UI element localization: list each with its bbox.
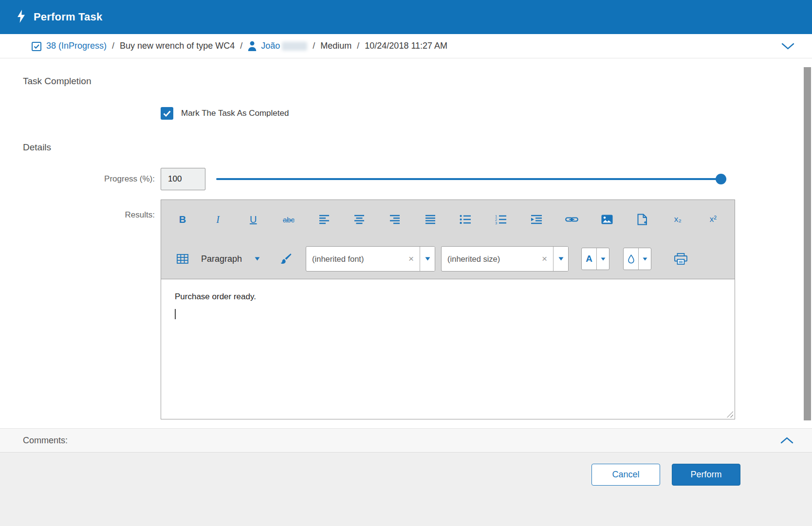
droplet-icon xyxy=(628,254,634,264)
progress-slider[interactable] xyxy=(216,174,726,184)
mark-completed-label: Mark The Task As Completed xyxy=(181,109,289,118)
breadcrumb-task-name: Buy new wrench of type WC4 xyxy=(120,41,235,51)
indent-icon[interactable] xyxy=(527,210,546,229)
breadcrumb-separator: / xyxy=(357,41,359,51)
person-icon xyxy=(248,41,257,52)
font-size-input[interactable]: (inherited size) × xyxy=(442,247,553,271)
font-size-dropdown-button[interactable] xyxy=(553,247,568,271)
mark-completed-checkbox[interactable] xyxy=(161,107,173,120)
chevron-down-icon xyxy=(558,257,564,261)
comments-section-header[interactable]: Comments: xyxy=(0,428,812,453)
progress-row: Progress (%): xyxy=(0,168,812,190)
dialog-footer: Cancel Perform xyxy=(0,453,812,526)
superscript-button[interactable]: x² xyxy=(703,210,723,229)
print-icon[interactable] xyxy=(671,249,690,269)
clear-size-icon[interactable]: × xyxy=(538,254,547,264)
resize-handle[interactable] xyxy=(727,411,733,417)
subscript-button[interactable]: x₂ xyxy=(668,210,687,229)
align-left-icon[interactable] xyxy=(314,210,334,229)
breadcrumb-timestamp: 10/24/2018 11:27 AM xyxy=(365,41,447,51)
clear-font-icon[interactable]: × xyxy=(405,254,414,264)
perform-button[interactable]: Perform xyxy=(672,464,740,486)
chevron-up-icon[interactable] xyxy=(780,437,794,444)
paragraph-style-dropdown[interactable]: Paragraph xyxy=(201,254,260,264)
underline-button[interactable]: U xyxy=(243,210,263,229)
bullet-list-icon[interactable] xyxy=(456,210,475,229)
task-check-icon xyxy=(31,41,42,52)
mark-completed-row: Mark The Task As Completed xyxy=(161,107,289,120)
breadcrumb-task-id[interactable]: 38 (InProgress) xyxy=(46,41,107,51)
justify-icon[interactable] xyxy=(421,210,440,229)
results-row: Results: B I U abc xyxy=(0,200,812,419)
breadcrumb: 38 (InProgress) / Buy new wrench of type… xyxy=(0,34,812,58)
image-icon[interactable] xyxy=(597,210,617,229)
dialog-title: Perform Task xyxy=(34,11,102,23)
flash-icon xyxy=(17,10,26,25)
table-icon[interactable] xyxy=(173,249,192,269)
breadcrumb-separator: / xyxy=(313,41,315,51)
chevron-down-icon xyxy=(643,257,647,261)
align-center-icon[interactable] xyxy=(350,210,369,229)
font-color-button[interactable]: A xyxy=(582,248,596,270)
slider-handle[interactable] xyxy=(716,174,726,184)
dialog-header: Perform Task xyxy=(0,0,812,34)
chevron-down-icon[interactable] xyxy=(781,43,794,50)
numbered-list-icon[interactable]: 123 xyxy=(491,210,511,229)
background-color-button[interactable] xyxy=(624,248,638,270)
chevron-down-icon xyxy=(601,257,606,261)
text-cursor xyxy=(175,309,176,319)
results-text-area[interactable]: Purchase order ready. xyxy=(161,279,735,419)
strikethrough-button[interactable]: abc xyxy=(279,210,298,229)
rich-text-editor: B I U abc 12 xyxy=(161,200,735,419)
breadcrumb-separator: / xyxy=(112,41,114,51)
svg-text:3: 3 xyxy=(495,221,497,224)
chevron-down-icon xyxy=(255,257,260,261)
bold-button[interactable]: B xyxy=(173,210,192,229)
font-color-picker: A xyxy=(581,248,609,270)
results-label: Results: xyxy=(0,200,155,220)
background-color-dropdown-button[interactable] xyxy=(638,248,651,270)
slider-track[interactable] xyxy=(216,178,726,180)
section-title-details: Details xyxy=(23,142,51,153)
cancel-button[interactable]: Cancel xyxy=(591,464,660,486)
redacted-assignee-surname xyxy=(282,42,307,51)
font-name-placeholder: (inherited font) xyxy=(312,254,364,264)
breadcrumb-assignee[interactable]: João xyxy=(261,41,280,51)
italic-button[interactable]: I xyxy=(208,210,228,229)
vertical-scrollbar[interactable] xyxy=(804,67,811,420)
align-right-icon[interactable] xyxy=(385,210,405,229)
background-color-picker xyxy=(623,248,651,270)
editor-toolbar-row2: Paragraph (inherited font) × xyxy=(161,239,735,279)
clean-formatting-brush-icon[interactable] xyxy=(276,249,295,269)
paragraph-style-label: Paragraph xyxy=(201,254,242,264)
font-size-placeholder: (inherited size) xyxy=(447,254,500,264)
font-name-combo: (inherited font) × xyxy=(306,246,435,272)
font-name-dropdown-button[interactable] xyxy=(420,247,435,271)
chevron-down-icon xyxy=(425,257,430,261)
editor-toolbar-row1: B I U abc 12 xyxy=(161,200,735,239)
progress-label: Progress (%): xyxy=(0,174,155,184)
insert-file-icon[interactable] xyxy=(633,210,652,229)
link-icon[interactable] xyxy=(562,210,581,229)
progress-input[interactable] xyxy=(161,168,205,190)
comments-label: Comments: xyxy=(23,435,68,446)
results-text: Purchase order ready. xyxy=(175,292,721,302)
dialog-body: Task Completion Mark The Task As Complet… xyxy=(0,58,812,428)
font-name-input[interactable]: (inherited font) × xyxy=(306,247,420,271)
breadcrumb-priority: Medium xyxy=(320,41,351,51)
font-size-combo: (inherited size) × xyxy=(441,246,569,272)
section-title-task-completion: Task Completion xyxy=(23,76,91,87)
breadcrumb-separator: / xyxy=(240,41,242,51)
font-color-dropdown-button[interactable] xyxy=(596,248,609,270)
